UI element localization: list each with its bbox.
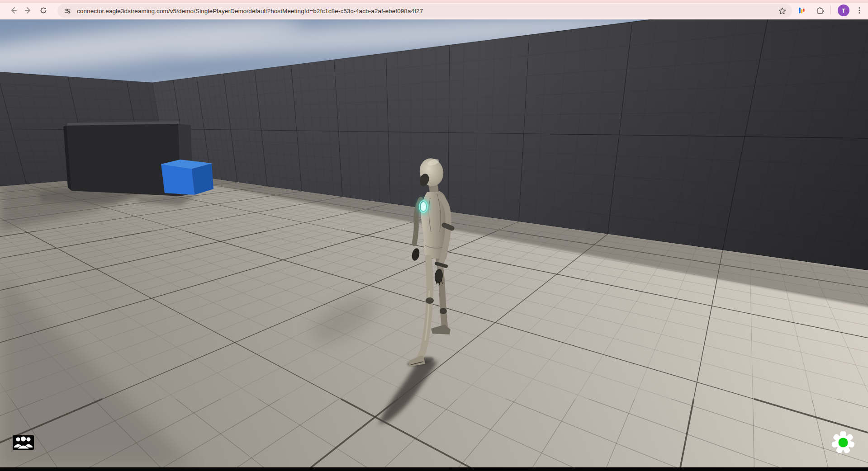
tabstrip-edge	[0, 0, 868, 3]
blue-cube	[161, 160, 213, 195]
browser-toolbar: connector.eagle3dstreaming.com/v5/demo/S…	[0, 0, 868, 19]
address-bar[interactable]: connector.eagle3dstreaming.com/v5/demo/S…	[57, 4, 792, 18]
toolbar-separator	[830, 5, 831, 14]
extensions-puzzle-icon	[815, 6, 824, 15]
colored-bars-icon	[797, 6, 806, 14]
users-group-icon[interactable]	[13, 435, 34, 450]
back-button[interactable]	[7, 4, 20, 17]
extensions-button[interactable]	[813, 4, 826, 17]
profile-avatar: T	[838, 5, 849, 16]
browser-window: connector.eagle3dstreaming.com/v5/demo/S…	[0, 0, 868, 471]
streaming-3d-viewport[interactable]	[0, 19, 868, 467]
reload-button[interactable]	[37, 4, 50, 17]
bookmark-star-icon[interactable]	[778, 7, 787, 15]
site-controls-icon[interactable]	[64, 7, 71, 15]
profile-button[interactable]: T	[837, 4, 850, 17]
kebab-menu-icon	[855, 6, 863, 14]
reload-icon	[39, 6, 47, 14]
url-text[interactable]: connector.eagle3dstreaming.com/v5/demo/S…	[77, 8, 778, 14]
menu-button[interactable]	[853, 4, 866, 17]
forward-button[interactable]	[22, 4, 34, 17]
forward-arrow-icon	[24, 6, 32, 14]
bottom-letterbox-bar	[0, 467, 868, 471]
avatar-letter: T	[842, 7, 845, 14]
colored-bars-extension-button[interactable]	[795, 4, 808, 17]
back-arrow-icon	[9, 6, 18, 14]
